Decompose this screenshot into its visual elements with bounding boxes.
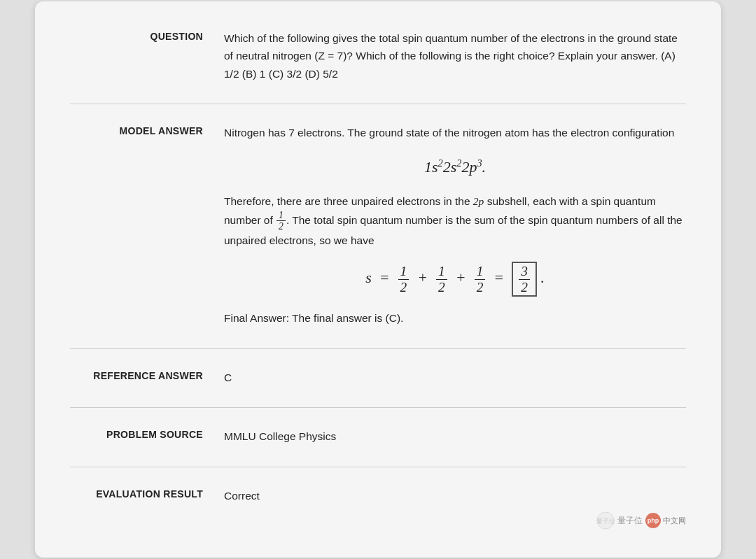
model-answer-label: MODEL ANSWER [70, 124, 224, 327]
plus-2: + [451, 269, 470, 286]
plus-1: + [414, 269, 432, 286]
main-card: QUESTION Which of the following gives th… [35, 1, 721, 558]
model-answer-content: Nitrogen has 7 electrons. The ground sta… [224, 124, 686, 327]
evaluation-result-content: Correct [224, 487, 686, 505]
problem-source-content: MMLU College Physics [224, 427, 686, 446]
watermark-logo-icon: 量子位 [596, 511, 615, 530]
divider-2 [70, 348, 686, 349]
electron-config-formula: 1s22s22p3. [424, 158, 486, 176]
watermark-php-icon: php [645, 513, 661, 528]
reference-answer-label: REFERENCE ANSWER [70, 369, 224, 387]
equation-equals: = [375, 269, 393, 286]
evaluation-result-value: Correct [224, 490, 260, 502]
fraction-3: 12 [475, 264, 486, 294]
subshell-label: 2p [473, 195, 484, 207]
boxed-answer: 32 [512, 262, 537, 297]
question-section: QUESTION Which of the following gives th… [70, 29, 686, 83]
watermark-site: 中文网 [663, 516, 686, 526]
reference-answer-content: C [224, 369, 686, 387]
period: . [540, 269, 545, 286]
divider-1 [70, 104, 686, 104]
electron-config-block: 1s22s22p3. [224, 155, 686, 180]
fraction-1: 12 [398, 264, 410, 294]
equals-2: = [490, 269, 508, 286]
problem-source-label: PROBLEM SOURCE [70, 427, 224, 446]
watermark-brand: 量子位 [617, 515, 643, 527]
equation-block: s = 12 + 12 + 12 = 32 . [224, 262, 686, 297]
divider-3 [70, 407, 686, 408]
inline-fraction-half: 12 [276, 211, 286, 232]
divider-4 [70, 467, 686, 467]
model-answer-section: MODEL ANSWER Nitrogen has 7 electrons. T… [70, 124, 686, 327]
equation-s-var: s [365, 269, 372, 286]
reference-answer-value: C [224, 372, 232, 383]
watermark-area: 量子位 量子位 php 中文网 [70, 511, 686, 530]
evaluation-result-label: EVALUATION RESULT [70, 487, 224, 505]
question-content: Which of the following gives the total s… [224, 29, 686, 83]
reference-answer-section: REFERENCE ANSWER C [70, 369, 686, 387]
question-label: QUESTION [70, 29, 224, 83]
svg-text:量子位: 量子位 [596, 518, 615, 525]
model-answer-intro: Nitrogen has 7 electrons. The ground sta… [224, 127, 674, 139]
fraction-2: 12 [436, 264, 447, 294]
evaluation-result-section: EVALUATION RESULT Correct [70, 487, 686, 505]
model-answer-explanation2: . The total spin quantum number is the s… [224, 214, 682, 246]
problem-source-section: PROBLEM SOURCE MMLU College Physics [70, 427, 686, 446]
question-text: Which of the following gives the total s… [224, 32, 678, 80]
final-answer-text: Final Answer: The final answer is (C). [224, 309, 686, 327]
problem-source-value: MMLU College Physics [224, 430, 336, 442]
